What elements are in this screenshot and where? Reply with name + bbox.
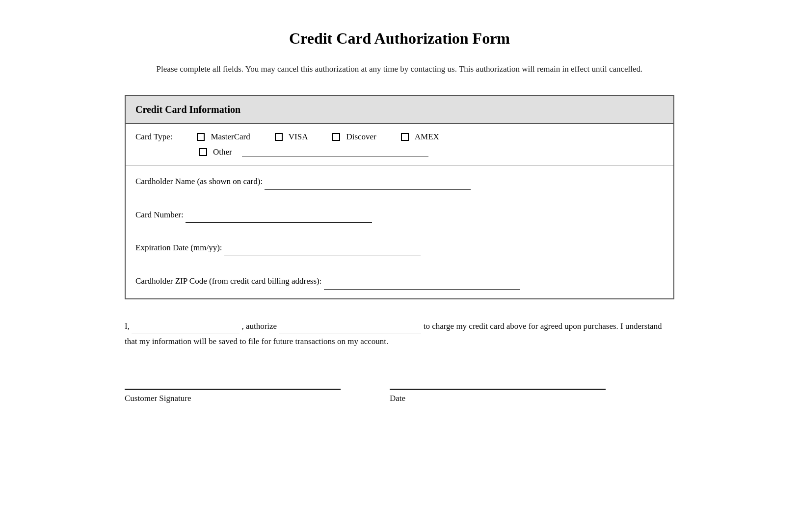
auth-part2: , authorize <box>241 321 277 331</box>
amex-label: AMEX <box>415 132 439 142</box>
signature-block: Customer Signature <box>125 389 341 403</box>
visa-option[interactable]: VISA <box>275 132 308 142</box>
other-option[interactable]: Other <box>199 147 232 157</box>
card-type-row: Card Type: MasterCard VISA Discover <box>125 124 674 165</box>
card-number-row: Card Number: <box>125 199 674 232</box>
card-number-field <box>186 208 372 223</box>
date-block: Date <box>390 389 606 403</box>
authorization-text: I, , authorize to charge my credit card … <box>125 319 674 349</box>
zip-code-row: Cardholder ZIP Code (from credit card bi… <box>125 265 674 299</box>
signature-line <box>125 389 341 390</box>
card-type-line1: Card Type: MasterCard VISA Discover <box>135 132 664 142</box>
card-type-label: Card Type: <box>135 132 172 142</box>
page-container: Credit Card Authorization Form Please co… <box>105 20 694 413</box>
mastercard-label: MasterCard <box>211 132 250 142</box>
other-checkbox[interactable] <box>199 148 207 156</box>
mastercard-checkbox[interactable] <box>197 133 205 141</box>
visa-label: VISA <box>289 132 308 142</box>
expiration-date-row: Expiration Date (mm/yy): <box>125 232 674 265</box>
visa-checkbox[interactable] <box>275 133 283 141</box>
cardholder-name-field <box>265 174 471 190</box>
date-line <box>390 389 606 390</box>
cardholder-name-label: Cardholder Name (as shown on card): <box>135 177 265 186</box>
discover-label: Discover <box>346 132 376 142</box>
section-header: Credit Card Information <box>125 96 674 124</box>
amex-checkbox[interactable] <box>401 133 409 141</box>
cardholder-name-row: Cardholder Name (as shown on card): <box>125 165 674 199</box>
discover-checkbox[interactable] <box>332 133 340 141</box>
card-type-line2: Other <box>199 147 664 157</box>
card-number-label: Card Number: <box>135 210 186 219</box>
intro-text: Please complete all fields. You may canc… <box>125 62 674 76</box>
auth-part1: I, <box>125 321 130 331</box>
auth-blank1 <box>132 319 240 335</box>
date-label: Date <box>390 394 606 403</box>
signature-label: Customer Signature <box>125 394 341 403</box>
mastercard-option[interactable]: MasterCard <box>197 132 250 142</box>
zip-code-field <box>324 274 520 290</box>
signature-section: Customer Signature Date <box>125 389 674 403</box>
form-title: Credit Card Authorization Form <box>125 29 674 48</box>
other-field <box>242 147 428 157</box>
auth-blank2 <box>279 319 421 335</box>
zip-code-label: Cardholder ZIP Code (from credit card bi… <box>135 276 324 286</box>
expiration-date-label: Expiration Date (mm/yy): <box>135 243 224 252</box>
expiration-date-field <box>224 240 421 256</box>
other-label: Other <box>213 147 232 157</box>
amex-option[interactable]: AMEX <box>401 132 439 142</box>
credit-card-form-table: Credit Card Information Card Type: Maste… <box>125 95 674 299</box>
discover-option[interactable]: Discover <box>332 132 376 142</box>
